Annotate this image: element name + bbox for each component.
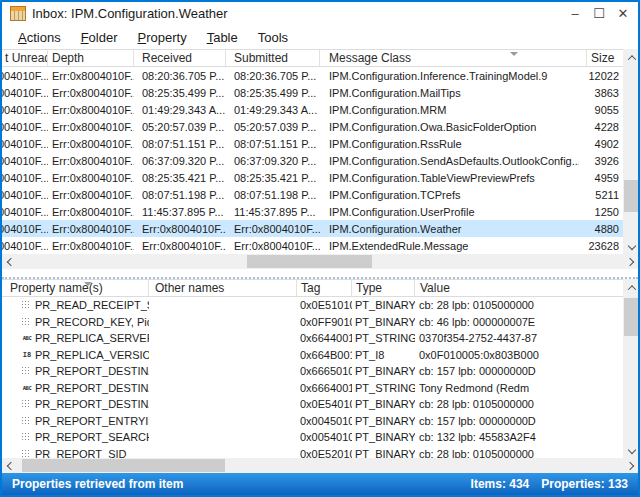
cell-submitted: Err:0x8004010F... — [234, 220, 320, 237]
cell-size: 4880 — [537, 220, 619, 237]
message-row[interactable]: 004010F... Err:0x8004010F... 11:45:37.89… — [2, 203, 623, 220]
cell-size: 12022 — [537, 67, 619, 84]
property-row[interactable]: ABC PR_REPORT_DESTINATION_NA... 0x666400… — [2, 380, 623, 397]
property-row[interactable]: PR_REPORT_ENTRYID, PidTagR... 0x00450102… — [2, 413, 623, 430]
property-type-icon: ABC — [21, 333, 33, 343]
cell-received: Err:0x8004010F... — [142, 220, 226, 237]
column-header-received[interactable]: Received — [134, 50, 226, 66]
property-row[interactable]: ABC PR_REPLICA_SERVER 0x6644001E PT_STRI… — [2, 330, 623, 347]
cell-type: PT_BINARY — [355, 446, 415, 459]
cell-submitted: 06:37:09.320 P... — [234, 152, 320, 169]
property-row[interactable]: PR_REPORT_DESTINATION_SID 0x0E540102 PT_… — [2, 396, 623, 413]
cell-unread: 004010F... — [2, 135, 48, 152]
property-row[interactable]: PR_REPORT_SID 0x0E520102 PT_BINARY cb: 2… — [2, 446, 623, 459]
message-row[interactable]: 004010F... Err:0x8004010F... 05:20:57.03… — [2, 118, 623, 135]
property-type-icon — [21, 317, 31, 326]
message-row[interactable]: 004010F... Err:0x8004010F... 08:07:51.15… — [2, 135, 623, 152]
column-header-submitted[interactable]: Submitted — [226, 50, 320, 66]
minimize-button[interactable]: – — [566, 4, 584, 22]
close-button[interactable]: ✕ — [614, 4, 632, 22]
maximize-button[interactable]: ☐ — [590, 4, 608, 22]
cell-other-names — [154, 314, 296, 331]
property-row[interactable]: PR_REPORT_DESTINATION_EN... 0x66650102 P… — [2, 363, 623, 380]
chevron-up-icon[interactable] — [627, 285, 635, 293]
message-row[interactable]: 004010F... Err:0x8004010F... 08:07:51.19… — [2, 186, 623, 203]
pane-splitter[interactable] — [2, 269, 638, 279]
cell-value: 0370f354-2752-4437-87 — [419, 330, 623, 347]
property-row[interactable]: PR_READ_RECEIPT_SID 0x0E510102 PT_BINARY… — [2, 297, 623, 314]
column-header-type[interactable]: Type — [352, 280, 415, 296]
message-row[interactable]: 004010F... Err:0x8004010F... 08:20:36.70… — [2, 67, 623, 84]
column-header-other-names[interactable]: Other names — [149, 280, 297, 296]
column-header-value[interactable]: Value — [415, 280, 623, 296]
cell-property-name: PR_REPORT_DESTINATION_EN... — [35, 363, 149, 380]
menu-folder[interactable]: Folder — [71, 27, 128, 48]
property-list-vertical-scrollbar[interactable] — [623, 279, 640, 458]
chevron-left-icon[interactable] — [6, 461, 14, 469]
property-row[interactable]: I8 PR_REPLICA_VERSION 0x664B0014 PT_I8 0… — [2, 347, 623, 364]
cell-received: 08:25:35.421 P... — [142, 169, 226, 186]
column-header-message-class[interactable]: Message Class — [320, 50, 587, 66]
menu-table[interactable]: Table — [197, 27, 248, 48]
cell-type: PT_BINARY — [355, 314, 415, 331]
column-header-property-name[interactable]: Property name(s) — [2, 280, 149, 296]
cell-other-names — [154, 330, 296, 347]
cell-tag: 0x664B0014 — [300, 347, 352, 364]
cell-submitted: 05:20:57.039 P... — [234, 118, 320, 135]
message-list-header: t Unread Depth Received Submitted Messag… — [2, 49, 623, 67]
chevron-left-icon[interactable] — [6, 257, 14, 265]
cell-other-names — [154, 429, 296, 446]
cell-received: 11:45:37.895 P... — [142, 203, 226, 220]
cell-submitted: 11:45:37.895 P... — [234, 203, 320, 220]
column-header-unread[interactable]: t Unread — [2, 50, 48, 66]
column-header-depth[interactable]: Depth — [48, 50, 134, 66]
cell-received: 08:20:36.705 P... — [142, 67, 226, 84]
message-list-horizontal-scrollbar[interactable] — [2, 254, 638, 269]
cell-value: cb: 28 lpb: 0105000000 — [419, 446, 623, 459]
chevron-down-icon[interactable] — [627, 241, 635, 249]
scrollbar-thumb[interactable] — [624, 180, 639, 212]
scrollbar-thumb[interactable] — [624, 298, 639, 336]
scrollbar-thumb[interactable] — [22, 459, 225, 472]
scrollbar-thumb[interactable] — [247, 255, 372, 268]
chevron-down-icon[interactable] — [627, 445, 635, 453]
cell-other-names — [154, 297, 296, 314]
cell-property-name: PR_REPORT_SID — [35, 446, 149, 459]
chevron-up-icon[interactable] — [627, 55, 635, 63]
cell-size: 3926 — [537, 152, 619, 169]
cell-property-name: PR_REPORT_DESTINATION_SID — [35, 396, 149, 413]
chevron-right-icon[interactable] — [625, 257, 633, 265]
title-bar[interactable]: Inbox: IPM.Configuration.Weather – ☐ ✕ — [2, 2, 638, 26]
menu-tools[interactable]: Tools — [248, 27, 298, 48]
cell-value: cb: 157 lpb: 00000000D — [419, 363, 623, 380]
cell-submitted: 08:25:35.499 P... — [234, 84, 320, 101]
property-pane: Property name(s) Other names Tag Type Va… — [2, 279, 638, 458]
cell-received: 08:07:51.198 P... — [142, 186, 226, 203]
cell-size: 4902 — [537, 135, 619, 152]
cell-tag: 0x00540102 — [300, 429, 352, 446]
property-list-horizontal-scrollbar[interactable] — [2, 458, 638, 473]
message-row[interactable]: 004010F... Err:0x8004010F... 08:25:35.42… — [2, 169, 623, 186]
cell-unread: 004010F... — [2, 203, 48, 220]
mapi-window: Inbox: IPM.Configuration.Weather – ☐ ✕ A… — [0, 0, 640, 497]
menu-property[interactable]: Property — [128, 27, 197, 48]
menu-actions[interactable]: Actions — [8, 27, 71, 48]
cell-property-name: PR_READ_RECEIPT_SID — [35, 297, 149, 314]
column-header-size[interactable]: Size — [587, 50, 623, 66]
cell-type: PT_BINARY — [355, 297, 415, 314]
message-row[interactable]: 004010F... Err:0x8004010F... 08:25:35.49… — [2, 84, 623, 101]
message-row[interactable]: 004010F... Err:0x8004010F... 01:49:29.34… — [2, 101, 623, 118]
message-row[interactable]: 004010F... Err:0x8004010F... 06:37:09.32… — [2, 152, 623, 169]
cell-size: 23628 — [537, 237, 619, 254]
message-row[interactable]: 004010F... Err:0x8004010F... Err:0x80040… — [2, 220, 623, 237]
cell-unread: 004010F... — [2, 84, 48, 101]
column-header-tag[interactable]: Tag — [297, 280, 352, 296]
chevron-right-icon[interactable] — [625, 461, 633, 469]
cell-submitted: 08:07:51.198 P... — [234, 186, 320, 203]
property-row[interactable]: PR_REPORT_SEARCH_KEY, PidT... 0x00540102… — [2, 429, 623, 446]
message-row[interactable]: 004010F... Err:0x8004010F... Err:0x80040… — [2, 237, 623, 254]
message-list-vertical-scrollbar[interactable] — [623, 49, 640, 254]
cell-received: 05:20:57.039 P... — [142, 118, 226, 135]
cell-depth: Err:0x8004010F... — [52, 135, 134, 152]
property-row[interactable]: PR_RECORD_KEY, PidTagRecor... 0x0FF90102… — [2, 314, 623, 331]
